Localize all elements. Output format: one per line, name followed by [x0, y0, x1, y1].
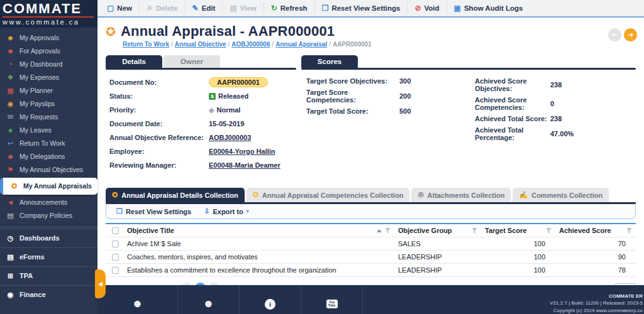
sidebar-item-my-planner[interactable]: ▦My Planner: [0, 84, 97, 97]
info-icon[interactable]: i: [265, 299, 275, 310]
reviewing-manager-link[interactable]: E00048-Maria Deamer: [209, 161, 280, 169]
sidebar-item-my-dashboard[interactable]: ◔My Dashboard: [0, 58, 97, 71]
tpa-icon: ⊞: [6, 271, 15, 281]
breadcrumb-link[interactable]: Return To Work: [123, 41, 169, 48]
sidebar-item-label: My Delegations: [19, 152, 65, 161]
sidebar-item-dashboards[interactable]: ◷Dashboards: [0, 229, 97, 247]
sidebar-item-eforms[interactable]: ▤eForms: [0, 247, 97, 266]
tab-attachments-collection[interactable]: ✇Attachments Collection: [411, 188, 511, 202]
sidebar-item-my-delegations[interactable]: ☻My Delegations: [0, 150, 97, 163]
select-all-checkbox[interactable]: [112, 227, 119, 234]
export-icon: ⇩: [204, 207, 209, 215]
field-document-no: Document No:AAPR000001: [109, 77, 295, 87]
sidebar-item-my-expenses[interactable]: ❖My Expenses: [0, 71, 97, 84]
tab-annual-appraisal-competencies-collection[interactable]: ✪Annual Appraisal Competencies Collectio…: [247, 188, 410, 202]
sidebar-item-my-annual-appraisals[interactable]: ✪My Annual Appraisals: [0, 178, 97, 195]
paperclip-icon: ✇: [418, 191, 423, 199]
tab-owner[interactable]: Owner: [164, 55, 220, 68]
column-label: Objective Group: [398, 227, 452, 234]
tab-comments-collection[interactable]: ✍Comments Collection: [513, 188, 609, 202]
table-row[interactable]: Achive 1M $ Sale SALES 100 70: [106, 237, 636, 251]
next-record-button[interactable]: ➜: [624, 28, 637, 41]
new-button[interactable]: ▢New: [100, 2, 140, 14]
delete-button[interactable]: ✕Delete: [140, 2, 186, 14]
filter-icon[interactable]: [546, 228, 552, 233]
field-label: Annual Objective Reference:: [109, 134, 209, 141]
column-header-objective-title[interactable]: Objective Title: [123, 224, 394, 237]
announcements-icon: ◄: [6, 198, 15, 207]
refresh-button[interactable]: ↻Refresh: [264, 2, 315, 14]
tab-details[interactable]: Details: [106, 55, 162, 68]
filter-icon[interactable]: [385, 228, 391, 233]
row-checkbox[interactable]: [112, 254, 119, 261]
sidebar-item-my-approvals[interactable]: ☻My Approvals: [0, 31, 97, 45]
field-label: Document Date:: [109, 120, 209, 127]
sidebar-item-tpa[interactable]: ⊞TPA: [0, 266, 97, 285]
brand-logo[interactable]: COMMATE www.commate.ca: [0, 0, 97, 28]
table-row[interactable]: Coaches, mentors, inspires, and motivate…: [106, 251, 636, 264]
field-reviewing-manager: Reviewing Manager:E00048-Maria Deamer: [109, 160, 295, 170]
breadcrumb-separator: /: [327, 41, 333, 48]
breadcrumb-link[interactable]: Annual Objective: [175, 41, 226, 48]
reset-view-settings-button[interactable]: ❐Reset View Settings: [315, 2, 408, 14]
view-button[interactable]: ▤View: [223, 2, 264, 14]
button-label: New: [117, 4, 132, 12]
dashboards-icon: ◷: [6, 234, 15, 243]
contact-person-icon[interactable]: ☻: [132, 298, 143, 310]
annual-objective-reference-link[interactable]: AOBJ000003: [209, 134, 251, 141]
sidebar-item-my-leaves[interactable]: ♣My Leaves: [0, 124, 97, 137]
breadcrumb-link[interactable]: AOBJ000006: [231, 41, 270, 48]
sidebar-item-my-payslips[interactable]: ◉My Payslips: [0, 97, 97, 111]
sidebar-item-label: For Approvals: [19, 46, 60, 56]
requests-icon: ✉: [6, 112, 15, 122]
menu-divider: [0, 227, 97, 227]
sidebar-item-label: Return To Work: [19, 139, 65, 148]
filter-icon[interactable]: [472, 228, 477, 233]
show-audit-logs-button[interactable]: ▣Show Audit Logs: [447, 2, 530, 14]
footer-version-info: COMMATE ER V21.2.7 | Build: 11200 | Rele…: [550, 293, 644, 314]
void-button[interactable]: ⊘Void: [408, 2, 447, 14]
logo-text: COMMATE: [3, 1, 94, 18]
filter-icon[interactable]: [626, 228, 632, 233]
row-checkbox[interactable]: [112, 241, 119, 247]
target-score-objectives-value: 300: [399, 77, 411, 85]
previous-record-button[interactable]: ➜: [608, 28, 621, 41]
support-agent-icon[interactable]: ☻: [203, 298, 214, 310]
youtube-icon[interactable]: You Tube: [326, 300, 338, 308]
table-row[interactable]: Establishes a commitment to excellence t…: [106, 264, 636, 277]
collections-section: ✪Annual Appraisal Details Collection ✪An…: [106, 188, 636, 285]
approvals-icon: ☻: [6, 33, 15, 43]
sidebar-item-finance[interactable]: ◉Finance: [0, 285, 97, 304]
breadcrumb-separator: /: [169, 41, 175, 48]
row-checkbox[interactable]: [112, 267, 119, 274]
export-to-button[interactable]: ⇩Export to▾: [199, 207, 254, 215]
tab-scores[interactable]: Scores: [301, 55, 358, 68]
sidebar-item-label: My Leaves: [19, 126, 52, 135]
column-header-target-score[interactable]: Target Score: [481, 224, 555, 237]
column-label: Target Score: [485, 227, 526, 234]
achieved-total-score-value: 238: [550, 115, 562, 122]
column-header-objective-group[interactable]: Objective Group: [394, 224, 481, 237]
sidebar-item-my-requests[interactable]: ✉My Requests: [0, 111, 97, 124]
sidebar-item-company-policies[interactable]: ▤Company Policies: [0, 209, 97, 222]
sidebar-item-label: My Requests: [19, 112, 58, 122]
tab-annual-appraisal-details-collection[interactable]: ✪Annual Appraisal Details Collection: [106, 188, 245, 202]
sidebar-collapse-handle[interactable]: ◀: [95, 269, 106, 298]
breadcrumb-link[interactable]: Annual Appraisal: [275, 41, 327, 48]
column-label: Achieved Score: [559, 227, 611, 234]
tab-label: Comments Collection: [531, 192, 602, 199]
sidebar-item-for-approvals[interactable]: ☻For Approvals: [0, 45, 97, 58]
refresh-icon: ↻: [271, 4, 277, 13]
field-status: Status:$Released: [109, 91, 295, 101]
policies-icon: ▤: [6, 211, 15, 220]
sidebar-item-my-annual-objectives[interactable]: ⚑My Annual Objectives: [0, 163, 97, 176]
eforms-icon: ▤: [6, 252, 15, 262]
column-header-achieved-score[interactable]: Achieved Score: [555, 224, 636, 237]
cell-achieved-score: 90: [555, 251, 636, 263]
priority-diamond-icon: ◆: [209, 106, 214, 114]
grid-reset-view-settings-button[interactable]: ❐Reset View Settings: [111, 207, 196, 215]
employee-link[interactable]: E00064-Yorgo Hallin: [209, 148, 275, 155]
sidebar-item-return-to-work[interactable]: ↩Return To Work: [0, 137, 97, 150]
sidebar-item-announcements[interactable]: ◄Announcements: [0, 196, 97, 209]
edit-button[interactable]: ✎Edit: [186, 2, 223, 14]
